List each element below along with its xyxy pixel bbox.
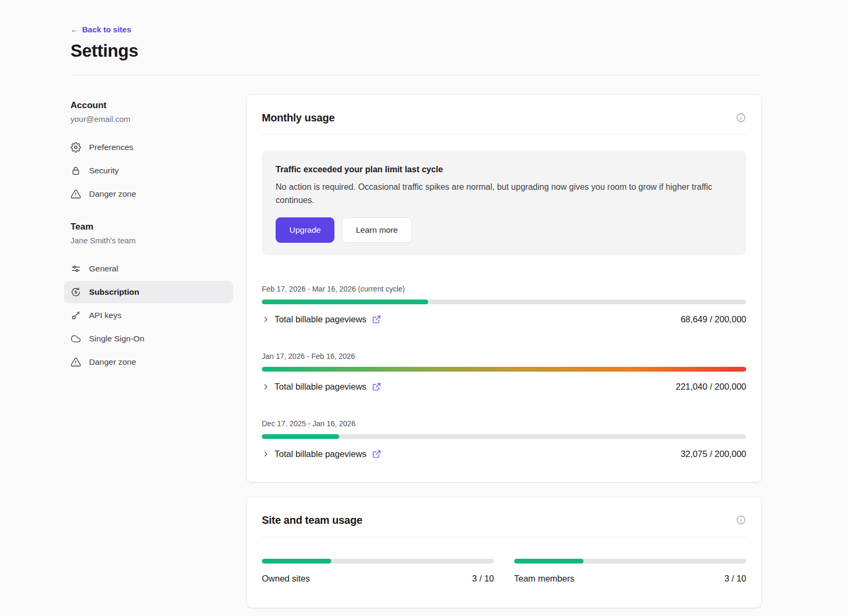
- sidebar-item-label: Subscription: [89, 287, 139, 297]
- settings-sidebar: Account your@email.com Preferences Secur…: [70, 75, 233, 374]
- owned-sites-value: 3 / 10: [472, 571, 494, 585]
- sidebar-section-team: Team Jane Smith's team General $ Subscri…: [70, 221, 233, 373]
- learn-more-button[interactable]: Learn more: [342, 217, 411, 243]
- chevron-right-icon: [262, 315, 270, 323]
- page-container: ← Back to sites Settings Account your@em…: [70, 0, 762, 608]
- external-link-icon[interactable]: [372, 382, 381, 391]
- warning-triangle-icon: [70, 357, 81, 367]
- sidebar-item-label: Single Sign-On: [89, 333, 144, 344]
- settings-main: Monthly usage Traffic exceeded your plan…: [246, 75, 762, 608]
- lock-icon: [70, 165, 81, 176]
- external-link-icon[interactable]: [372, 450, 381, 459]
- back-to-sites-link[interactable]: ← Back to sites: [70, 25, 131, 34]
- sidebar-item-label: API keys: [89, 310, 121, 321]
- chevron-right-icon: [262, 450, 270, 458]
- sidebar-item-label: Preferences: [89, 142, 134, 153]
- owned-sites-label: Owned sites: [262, 571, 310, 585]
- sidebar-item-api-keys[interactable]: API keys: [64, 304, 233, 327]
- sidebar-section-account: Account your@email.com Preferences Secur…: [70, 100, 233, 205]
- key-icon: [70, 310, 81, 321]
- notice-title: Traffic exceeded your plan limit last cy…: [276, 163, 732, 176]
- account-section-title: Account: [70, 100, 233, 111]
- card-divider: [262, 536, 746, 537]
- team-members-value: 3 / 10: [725, 571, 746, 585]
- sidebar-item-single-sign-on[interactable]: Single Sign-On: [64, 328, 233, 350]
- traffic-exceeded-notice: Traffic exceeded your plan limit last cy…: [262, 151, 746, 256]
- team-members-meter: Team members 3 / 10: [514, 553, 746, 585]
- subscription-dollar-icon: $: [70, 287, 81, 297]
- team-members-track: [514, 559, 746, 564]
- sidebar-item-label: General: [89, 263, 118, 274]
- usage-progress-track: [262, 300, 746, 304]
- sidebar-item-label: Danger zone: [89, 357, 136, 367]
- sidebar-item-subscription[interactable]: $ Subscription: [64, 281, 233, 303]
- team-members-label: Team members: [514, 571, 575, 585]
- metric-expand-toggle[interactable]: Total billable pageviews: [262, 447, 381, 461]
- card-divider: [262, 134, 746, 135]
- metric-label: Total billable pageviews: [275, 312, 366, 326]
- external-link-icon[interactable]: [372, 315, 381, 324]
- usage-progress-fill: [262, 434, 339, 439]
- account-email: your@email.com: [70, 114, 233, 125]
- sidebar-item-label: Security: [89, 165, 119, 176]
- info-icon[interactable]: [736, 515, 746, 525]
- gear-icon: [70, 142, 81, 153]
- cycle-period: Feb 17, 2026 - Mar 16, 2026 (current cyc…: [262, 284, 746, 294]
- sidebar-item-danger-zone-team[interactable]: Danger zone: [64, 351, 233, 373]
- metric-value: 221,040 / 200,000: [676, 380, 746, 393]
- usage-progress-fill: [262, 300, 428, 304]
- owned-sites-track: [262, 559, 494, 564]
- page-title: Settings: [70, 39, 762, 63]
- warning-triangle-icon: [70, 189, 81, 199]
- metric-expand-toggle[interactable]: Total billable pageviews: [262, 312, 381, 326]
- site-team-usage-title: Site and team usage: [262, 513, 363, 527]
- team-nav: General $ Subscription API keys Single S…: [70, 258, 233, 373]
- back-link-label: Back to sites: [82, 25, 131, 34]
- monthly-usage-title: Monthly usage: [262, 111, 334, 125]
- usage-cycle-current: Feb 17, 2026 - Mar 16, 2026 (current cyc…: [262, 284, 746, 326]
- sidebar-item-preferences[interactable]: Preferences: [64, 136, 233, 159]
- usage-cycle-previous: Jan 17, 2026 - Feb 16, 2026 Total billab…: [262, 351, 746, 393]
- team-members-fill: [514, 559, 584, 564]
- cloud-icon: [70, 333, 81, 344]
- sliders-icon: [70, 263, 81, 274]
- notice-body: No action is required. Occasional traffi…: [276, 180, 732, 207]
- chevron-right-icon: [262, 383, 270, 391]
- team-section-title: Team: [70, 221, 233, 233]
- metric-label: Total billable pageviews: [275, 380, 366, 393]
- sidebar-item-danger-zone-account[interactable]: Danger zone: [64, 183, 233, 205]
- sidebar-item-label: Danger zone: [89, 189, 136, 199]
- usage-cycle-older: Dec 17, 2025 - Jan 16, 2026 Total billab…: [262, 419, 746, 461]
- sidebar-item-general[interactable]: General: [64, 258, 233, 280]
- metric-value: 68,649 / 200,000: [681, 312, 746, 326]
- monthly-usage-card: Monthly usage Traffic exceeded your plan…: [246, 94, 762, 482]
- usage-progress-track: [262, 367, 746, 372]
- upgrade-button[interactable]: Upgrade: [276, 217, 334, 243]
- metric-value: 32,075 / 200,000: [681, 447, 746, 461]
- owned-sites-meter: Owned sites 3 / 10: [262, 553, 494, 585]
- metric-label: Total billable pageviews: [275, 447, 366, 461]
- team-name: Jane Smith's team: [70, 235, 233, 246]
- usage-progress-fill: [262, 367, 746, 372]
- owned-sites-fill: [262, 559, 331, 564]
- metric-expand-toggle[interactable]: Total billable pageviews: [262, 380, 381, 393]
- cycle-period: Dec 17, 2025 - Jan 16, 2026: [262, 419, 746, 428]
- site-team-usage-card: Site and team usage Owned sites 3 / 10: [246, 497, 762, 608]
- sidebar-item-security[interactable]: Security: [64, 160, 233, 182]
- usage-progress-track: [262, 434, 746, 439]
- cycle-period: Jan 17, 2026 - Feb 16, 2026: [262, 351, 746, 361]
- back-arrow-icon: ←: [70, 25, 78, 34]
- account-nav: Preferences Security Danger zone: [70, 136, 233, 205]
- info-icon[interactable]: [736, 112, 746, 123]
- svg-text:$: $: [75, 289, 77, 295]
